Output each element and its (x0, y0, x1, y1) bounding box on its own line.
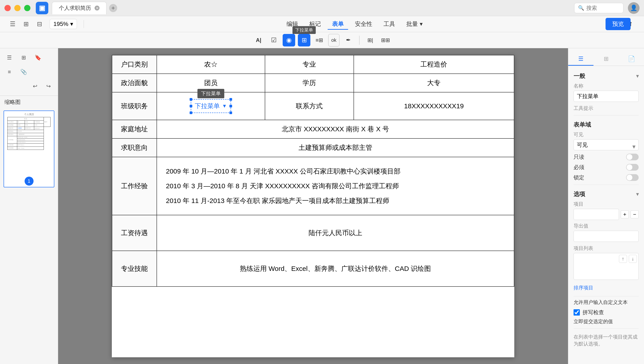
tools-btn[interactable]: 工具 (379, 18, 400, 30)
spell-check-label: 拼写检查 (582, 309, 604, 316)
remove-item-btn[interactable]: − (630, 210, 639, 218)
tooltip-label: 工具提示 (574, 105, 639, 112)
locked-toggle[interactable] (626, 174, 639, 181)
zoom-control[interactable]: 195% ▾ (50, 19, 77, 29)
table-btn[interactable]: 表单 (328, 18, 348, 30)
attachments-tool[interactable]: 📎 (18, 66, 30, 78)
search-input[interactable] (586, 5, 620, 11)
more-tool[interactable]: ⊞⊞ (379, 34, 392, 46)
sidebar-toggle-tool[interactable]: ☰ (4, 52, 15, 64)
new-tab-button[interactable]: + (109, 4, 117, 12)
cell-exp-value: 2009 年 10 月—2010 年 1 月 河北省 XXXXX 公司石家庄职教… (157, 157, 514, 215)
view-tools: ☰ ⊞ ⊟ (7, 18, 45, 30)
required-row: 必须 (574, 164, 639, 171)
radio-tool[interactable]: ◉ (283, 34, 295, 46)
exp-item-1: 2009 年 10 月—2010 年 1 月 河北省 XXXXX 公司石家庄职教… (166, 164, 505, 179)
avatar: 👤 (628, 2, 639, 14)
field-section-header[interactable]: 表单域 (568, 118, 644, 131)
ok-btn-tool[interactable]: ok (328, 34, 339, 46)
resume-table: 户口类别 农☆ 专业 工程造价 政治面貌 团员 学历 大专 班级职务 (112, 55, 514, 287)
options-row: + − (574, 209, 639, 220)
list-textarea-container: ↑ ↓ (574, 253, 639, 283)
page-thumbnail-1[interactable]: 个人简历 姓名 照片 户口类别 农 专业 工程造价 (4, 110, 54, 187)
locked-label: 锁定 (574, 174, 584, 181)
panel-tab-page[interactable]: 📄 (619, 53, 644, 66)
panel-tab-grid[interactable]: ⊞ (593, 53, 619, 66)
grid-view-btn[interactable]: ⊞ (20, 18, 32, 30)
traffic-lights (5, 5, 31, 11)
cell-dropdown-container: 下拉菜单 (157, 92, 265, 120)
dropdown-label: 下拉菜单 (195, 102, 220, 110)
panel-note: 在列表中选择一个项目使其成为默认选项。 (568, 332, 644, 350)
handle-br (230, 112, 232, 114)
text-field-tool[interactable]: A| (252, 34, 265, 46)
cell-exp-label: 工作经验 (112, 157, 157, 215)
maximize-button[interactable] (24, 5, 31, 11)
thumbnail-panel[interactable]: 个人简历 姓名 照片 户口类别 农 专业 工程造价 (0, 107, 58, 364)
readonly-row: 只读 (574, 154, 639, 160)
panel-tab-properties[interactable]: ☰ (568, 53, 593, 66)
sidebar-toggle-btn[interactable]: ☰ (7, 18, 18, 30)
cell-address-label: 家庭地址 (112, 120, 157, 138)
exp-item-2: 2010 年 3 月—2010 年 8 月 天津 XXXXXXXXXX 咨询有限… (166, 179, 505, 194)
handle-bl (190, 112, 192, 114)
batch-arrow: ▾ (420, 20, 423, 28)
cell-salary-value: 陆仟元人民币以上 (157, 215, 514, 251)
annotations-tool[interactable]: ≡ (4, 66, 15, 78)
signature-tool[interactable]: ✒ (342, 34, 355, 46)
required-toggle[interactable] (626, 164, 639, 170)
bookmarks-tool[interactable]: 🔖 (32, 52, 44, 64)
thumbnail-image: 个人简历 姓名 照片 户口类别 农 专业 工程造价 (4, 111, 54, 174)
close-button[interactable] (5, 5, 11, 11)
titlebar: ▣ 个人求职简历 ✕ + 🔍 👤 (0, 0, 644, 16)
table-row-address: 家庭地址 北京市 XXXXXXXXX 南街 X 巷 X 号 (112, 120, 514, 138)
minimize-button[interactable] (14, 5, 21, 11)
cell-edu-label: 学历 (265, 74, 354, 92)
table-row-class: 班级职务 下拉菜单 (112, 92, 514, 120)
field-section: 可见 可见 隐藏 只读 必须 锁定 (568, 131, 644, 181)
options-section-header[interactable]: 选项 ▾ (568, 188, 644, 201)
name-input[interactable] (574, 91, 639, 102)
readonly-toggle[interactable] (626, 154, 639, 160)
spell-check-row: 拼写检查 (574, 309, 639, 316)
batch-btn[interactable]: 批量 ▾ (402, 18, 427, 30)
formtools-bar: A| ☑ ◉ ⊞ 下拉菜单 ≡⊞ ok ✒ ⊞| ⊞⊞ (0, 32, 644, 48)
dropdown-widget[interactable]: 下拉菜单 ▼ (191, 99, 231, 113)
split-view-btn[interactable]: ⊟ (34, 18, 45, 30)
checkbox-tool[interactable]: ☑ (268, 34, 280, 46)
nav-items: 编辑 标记 表单 安全性 工具 批量 ▾ (91, 18, 619, 30)
panel-tabs: ☰ ⊞ 📄 (568, 53, 644, 66)
active-tab[interactable]: 个人求职简历 ✕ (52, 2, 106, 14)
search-icon: 🔍 (578, 5, 584, 11)
add-item-btn[interactable]: + (621, 210, 629, 218)
thumbnail-footer: 1 (4, 174, 54, 187)
general-section-header[interactable]: 一般 ▾ (568, 70, 644, 83)
table-row-skills: 专业技能 熟练运用 Word、Excel、新奔腾、广联达计价软件、CAD 识绘图 (112, 251, 514, 286)
export-input[interactable] (574, 231, 639, 242)
titlebar-right: 🔍 👤 (574, 2, 639, 14)
align-tool[interactable]: ⊞| (364, 34, 376, 46)
undo-btn[interactable]: ↩ (29, 80, 41, 92)
options-chevron: ▾ (636, 192, 639, 197)
tab-close-button[interactable]: ✕ (95, 6, 100, 10)
cell-class-label: 班级职务 (112, 92, 157, 120)
tab-title: 个人求职简历 (59, 4, 91, 12)
dropdown-tool[interactable]: ⊞ 下拉菜单 (298, 34, 310, 46)
redo-btn[interactable]: ↪ (43, 80, 54, 92)
list-tool[interactable]: ≡⊞ (313, 34, 326, 46)
cell-edu-value: 大专 (354, 74, 514, 92)
pdf-page: 户口类别 农☆ 专业 工程造价 政治面貌 团员 学历 大专 班级职务 (112, 55, 514, 357)
item-input[interactable] (574, 209, 619, 220)
thumbnails-tool[interactable]: ⊞ (18, 52, 30, 64)
list-up-btn[interactable]: ↑ (619, 255, 627, 263)
search-bar[interactable]: 🔍 (574, 3, 623, 13)
security-btn[interactable]: 安全性 (350, 18, 377, 30)
sort-btn[interactable]: 排序项目 (574, 283, 639, 292)
visibility-select[interactable]: 可见 隐藏 (574, 139, 639, 150)
cell-skills-label: 专业技能 (112, 251, 157, 286)
preview-button[interactable]: 预览 (605, 18, 630, 30)
list-down-btn[interactable]: ↓ (629, 255, 637, 263)
tab-bar: 个人求职简历 ✕ + (52, 2, 574, 14)
locked-row: 锁定 (574, 174, 639, 181)
spell-check-checkbox[interactable] (574, 309, 580, 316)
